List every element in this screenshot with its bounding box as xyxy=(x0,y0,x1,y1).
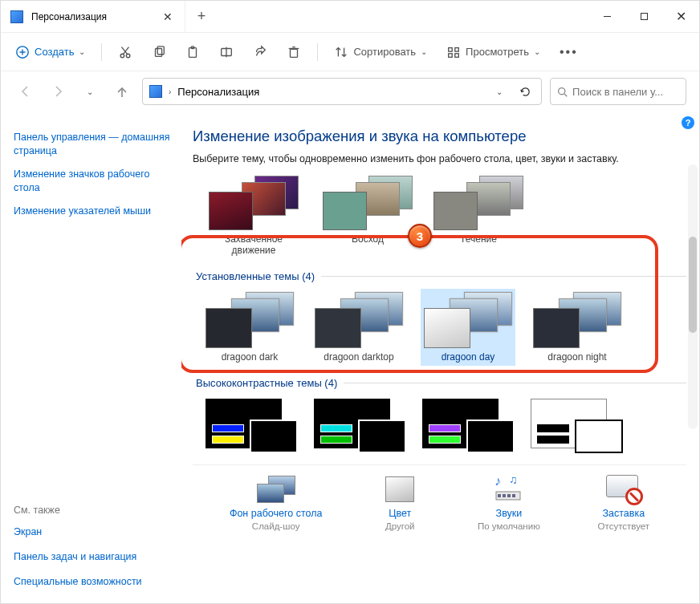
scroll-thumb[interactable] xyxy=(689,237,697,333)
sidebar: Панель управления — домашняя страница Из… xyxy=(1,116,181,603)
toolbar: Создать ⌄ Сортировать ⌄ Просмотреть ⌄ ••… xyxy=(1,33,699,71)
svg-rect-22 xyxy=(449,53,453,57)
page-subtitle: Выберите тему, чтобы одновременно измени… xyxy=(193,153,686,164)
forward-button[interactable] xyxy=(46,79,70,103)
bottom-bar: Фон рабочего стола Слайд-шоу Цвет Другой… xyxy=(193,464,686,536)
sort-label: Сортировать xyxy=(353,46,416,58)
theme-label: dragoon day xyxy=(442,351,495,363)
default-themes-row: Захваченное движение Восход xyxy=(193,169,686,261)
svg-line-26 xyxy=(564,93,567,95)
more-button[interactable]: ••• xyxy=(551,39,586,66)
theme-card[interactable]: dragoon dark xyxy=(202,289,297,366)
bottom-title: Звуки xyxy=(496,508,523,519)
theme-card[interactable] xyxy=(311,395,409,456)
paste-button[interactable] xyxy=(177,39,208,66)
chevron-right-icon: › xyxy=(169,87,171,96)
recent-button[interactable]: ⌄ xyxy=(78,79,102,103)
chevron-down-icon: ⌄ xyxy=(79,47,85,56)
theme-card[interactable]: Восход xyxy=(319,172,416,259)
page-title: Изменение изображения и звука на компьют… xyxy=(193,128,686,145)
tab-title: Персонализация xyxy=(31,11,153,22)
theme-card[interactable] xyxy=(527,395,626,456)
titlebar: Персонализация ✕ + ✕ xyxy=(1,1,699,33)
maximize-button[interactable] xyxy=(625,1,662,32)
close-tab-icon[interactable]: ✕ xyxy=(161,10,175,23)
screensaver-button[interactable]: Заставка Отсутствует xyxy=(598,473,650,531)
address-dropdown[interactable]: ⌄ xyxy=(490,82,509,101)
bottom-sub: Другой xyxy=(385,521,415,531)
svg-rect-1 xyxy=(641,14,647,20)
copy-button[interactable] xyxy=(144,39,174,66)
back-button[interactable] xyxy=(14,79,38,103)
refresh-button[interactable] xyxy=(515,82,535,101)
rename-button[interactable] xyxy=(211,39,242,66)
svg-rect-11 xyxy=(189,47,197,57)
delete-button[interactable] xyxy=(279,39,309,66)
create-button[interactable]: Создать ⌄ xyxy=(7,39,93,66)
sidebar-pointers[interactable]: Изменение указателей мыши xyxy=(14,201,177,221)
theme-card[interactable] xyxy=(202,395,301,456)
close-window-button[interactable]: ✕ xyxy=(662,1,699,32)
hc-themes-row xyxy=(193,392,686,458)
sort-button[interactable]: Сортировать ⌄ xyxy=(326,39,435,66)
new-tab-button[interactable]: + xyxy=(185,1,218,32)
background-button[interactable]: Фон рабочего стола Слайд-шоу xyxy=(230,473,323,531)
svg-rect-30 xyxy=(498,494,501,497)
svg-rect-21 xyxy=(455,47,459,51)
installed-themes-row: dragoon dark dragoon darktop xyxy=(193,286,686,367)
theme-label: dragoon dark xyxy=(222,351,279,363)
theme-label: Течение xyxy=(460,233,497,245)
svg-rect-31 xyxy=(503,494,506,497)
minimize-button[interactable] xyxy=(588,1,625,32)
theme-card[interactable]: Течение xyxy=(430,172,527,259)
chevron-down-icon: ⌄ xyxy=(421,47,427,56)
svg-rect-23 xyxy=(455,53,459,57)
window-tab[interactable]: Персонализация ✕ xyxy=(1,1,185,32)
svg-rect-15 xyxy=(291,49,298,57)
svg-rect-10 xyxy=(158,46,165,54)
svg-text:♫: ♫ xyxy=(509,474,518,486)
svg-rect-33 xyxy=(512,494,515,497)
main-panel: Изменение изображения и звука на компьют… xyxy=(181,116,699,603)
sounds-button[interactable]: ♪♫ Звуки По умолчанию xyxy=(478,473,540,531)
sidebar-footer-header: См. также xyxy=(14,505,142,517)
theme-label: Восход xyxy=(352,233,384,245)
scrollbar[interactable] xyxy=(688,164,698,429)
nav-row: ⌄ › Персонализация ⌄ xyxy=(1,71,699,116)
svg-rect-32 xyxy=(507,494,511,497)
theme-label: Захваченное движение xyxy=(206,233,302,256)
bottom-sub: Отсутствует xyxy=(598,521,650,531)
sidebar-taskbar[interactable]: Панель задач и навигация xyxy=(14,547,142,567)
theme-card-selected[interactable]: dragoon day xyxy=(421,289,515,366)
theme-card[interactable]: Захваченное движение xyxy=(202,172,305,259)
sidebar-icons[interactable]: Изменение значков рабочего стола xyxy=(14,164,177,198)
theme-card[interactable] xyxy=(419,395,518,456)
color-button[interactable]: Цвет Другой xyxy=(380,473,420,531)
theme-card[interactable]: dragoon darktop xyxy=(311,289,406,366)
sidebar-display[interactable]: Экран xyxy=(14,522,142,542)
theme-card[interactable]: dragoon night xyxy=(530,289,625,366)
address-path: Персонализация xyxy=(177,86,483,98)
bottom-title: Фон рабочего стола xyxy=(230,508,323,519)
view-button[interactable]: Просмотреть ⌄ xyxy=(438,39,548,66)
theme-label: dragoon darktop xyxy=(324,351,393,363)
svg-rect-9 xyxy=(156,48,162,56)
chevron-down-icon: ⌄ xyxy=(534,47,540,56)
search-box[interactable] xyxy=(550,78,686,105)
sidebar-home[interactable]: Панель управления — домашняя страница xyxy=(14,128,177,161)
sidebar-accessibility[interactable]: Специальные возможности xyxy=(14,572,142,592)
svg-text:♪: ♪ xyxy=(494,474,501,488)
up-button[interactable] xyxy=(110,79,134,103)
create-label: Создать xyxy=(35,46,74,58)
address-bar[interactable]: › Персонализация ⌄ xyxy=(142,78,542,105)
svg-point-25 xyxy=(559,87,565,94)
cut-button[interactable] xyxy=(110,39,140,66)
view-label: Просмотреть xyxy=(466,46,529,58)
bottom-title: Заставка xyxy=(603,508,645,519)
theme-label: dragoon night xyxy=(547,351,606,363)
installed-themes-header: Установленные темы (4) xyxy=(193,261,686,286)
share-button[interactable] xyxy=(245,39,275,66)
search-input[interactable] xyxy=(572,86,679,98)
svg-rect-20 xyxy=(449,47,453,51)
search-icon xyxy=(557,86,568,98)
